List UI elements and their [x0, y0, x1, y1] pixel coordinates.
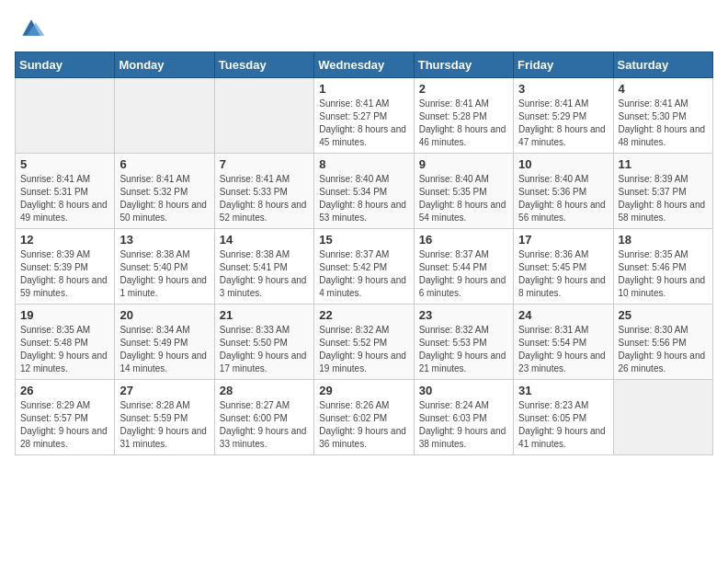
day-number: 31 [518, 384, 608, 397]
logo [15, 15, 46, 40]
day-info: Sunrise: 8:24 AM Sunset: 6:03 PM Dayligh… [419, 399, 508, 451]
calendar-week-row: 12 Sunrise: 8:39 AM Sunset: 5:39 PM Dayl… [16, 229, 713, 304]
day-info: Sunrise: 8:28 AM Sunset: 5:59 PM Dayligh… [119, 399, 209, 451]
calendar-cell [115, 78, 214, 154]
weekday-header-friday: Friday [514, 52, 613, 78]
calendar-cell: 11 Sunrise: 8:39 AM Sunset: 5:37 PM Dayl… [613, 154, 712, 229]
calendar-cell: 20 Sunrise: 8:34 AM Sunset: 5:49 PM Dayl… [115, 304, 214, 380]
logo-icon [17, 15, 46, 40]
calendar-week-row: 26 Sunrise: 8:29 AM Sunset: 5:57 PM Dayl… [16, 380, 713, 455]
day-number: 3 [518, 82, 608, 96]
calendar-cell: 22 Sunrise: 8:32 AM Sunset: 5:52 PM Dayl… [314, 304, 414, 380]
day-number: 27 [119, 384, 209, 397]
calendar-cell: 24 Sunrise: 8:31 AM Sunset: 5:54 PM Dayl… [514, 304, 613, 380]
calendar-cell: 30 Sunrise: 8:24 AM Sunset: 6:03 PM Dayl… [414, 380, 513, 455]
calendar-cell: 28 Sunrise: 8:27 AM Sunset: 6:00 PM Dayl… [214, 380, 313, 455]
day-info: Sunrise: 8:41 AM Sunset: 5:29 PM Dayligh… [518, 98, 608, 149]
day-number: 7 [220, 157, 309, 171]
day-number: 15 [319, 233, 408, 247]
day-info: Sunrise: 8:39 AM Sunset: 5:37 PM Dayligh… [619, 173, 708, 224]
day-number: 16 [419, 233, 508, 247]
weekday-header-saturday: Saturday [613, 52, 712, 78]
calendar-cell: 15 Sunrise: 8:37 AM Sunset: 5:42 PM Dayl… [314, 229, 414, 304]
day-number: 20 [119, 308, 209, 322]
day-number: 6 [119, 157, 209, 171]
day-number: 13 [119, 233, 209, 247]
calendar-body: 1 Sunrise: 8:41 AM Sunset: 5:27 PM Dayli… [16, 78, 713, 455]
day-number: 22 [319, 308, 408, 322]
day-info: Sunrise: 8:29 AM Sunset: 5:57 PM Dayligh… [20, 399, 109, 451]
day-number: 29 [319, 384, 408, 397]
calendar-cell: 1 Sunrise: 8:41 AM Sunset: 5:27 PM Dayli… [314, 78, 414, 154]
calendar-cell: 4 Sunrise: 8:41 AM Sunset: 5:30 PM Dayli… [613, 78, 712, 154]
calendar-cell: 6 Sunrise: 8:41 AM Sunset: 5:32 PM Dayli… [115, 154, 214, 229]
weekday-header-row: SundayMondayTuesdayWednesdayThursdayFrid… [16, 52, 713, 78]
day-info: Sunrise: 8:32 AM Sunset: 5:53 PM Dayligh… [419, 324, 508, 375]
calendar-week-row: 5 Sunrise: 8:41 AM Sunset: 5:31 PM Dayli… [16, 154, 713, 229]
day-info: Sunrise: 8:41 AM Sunset: 5:28 PM Dayligh… [419, 98, 508, 149]
day-info: Sunrise: 8:31 AM Sunset: 5:54 PM Dayligh… [518, 324, 608, 375]
day-info: Sunrise: 8:37 AM Sunset: 5:44 PM Dayligh… [419, 248, 508, 300]
calendar-table: SundayMondayTuesdayWednesdayThursdayFrid… [15, 52, 713, 455]
calendar-cell [214, 78, 313, 154]
calendar-week-row: 19 Sunrise: 8:35 AM Sunset: 5:48 PM Dayl… [16, 304, 713, 380]
day-info: Sunrise: 8:41 AM Sunset: 5:27 PM Dayligh… [319, 98, 408, 149]
day-info: Sunrise: 8:39 AM Sunset: 5:39 PM Dayligh… [20, 248, 109, 300]
day-number: 28 [220, 384, 309, 397]
weekday-header-wednesday: Wednesday [314, 52, 414, 78]
calendar-cell: 9 Sunrise: 8:40 AM Sunset: 5:35 PM Dayli… [414, 154, 513, 229]
calendar-cell: 12 Sunrise: 8:39 AM Sunset: 5:39 PM Dayl… [16, 229, 115, 304]
day-number: 9 [419, 157, 508, 171]
calendar-cell: 14 Sunrise: 8:38 AM Sunset: 5:41 PM Dayl… [214, 229, 313, 304]
day-info: Sunrise: 8:40 AM Sunset: 5:35 PM Dayligh… [419, 173, 508, 224]
day-number: 30 [419, 384, 508, 397]
calendar-cell: 3 Sunrise: 8:41 AM Sunset: 5:29 PM Dayli… [514, 78, 613, 154]
page-header [15, 15, 713, 40]
calendar-cell: 7 Sunrise: 8:41 AM Sunset: 5:33 PM Dayli… [214, 154, 313, 229]
day-number: 26 [20, 384, 109, 397]
day-number: 11 [619, 157, 708, 171]
day-info: Sunrise: 8:40 AM Sunset: 5:34 PM Dayligh… [319, 173, 408, 224]
calendar-cell: 25 Sunrise: 8:30 AM Sunset: 5:56 PM Dayl… [613, 304, 712, 380]
weekday-header-tuesday: Tuesday [214, 52, 313, 78]
day-number: 19 [20, 308, 109, 322]
calendar-cell: 10 Sunrise: 8:40 AM Sunset: 5:36 PM Dayl… [514, 154, 613, 229]
day-info: Sunrise: 8:32 AM Sunset: 5:52 PM Dayligh… [319, 324, 408, 375]
day-number: 1 [319, 82, 408, 96]
day-info: Sunrise: 8:41 AM Sunset: 5:33 PM Dayligh… [220, 173, 309, 224]
day-number: 4 [619, 82, 708, 96]
calendar-cell: 26 Sunrise: 8:29 AM Sunset: 5:57 PM Dayl… [16, 380, 115, 455]
day-number: 23 [419, 308, 508, 322]
calendar-cell: 23 Sunrise: 8:32 AM Sunset: 5:53 PM Dayl… [414, 304, 513, 380]
day-number: 17 [518, 233, 608, 247]
day-info: Sunrise: 8:33 AM Sunset: 5:50 PM Dayligh… [220, 324, 309, 375]
day-number: 18 [619, 233, 708, 247]
day-info: Sunrise: 8:41 AM Sunset: 5:30 PM Dayligh… [619, 98, 708, 149]
calendar-cell [16, 78, 115, 154]
day-number: 24 [518, 308, 608, 322]
calendar-cell: 16 Sunrise: 8:37 AM Sunset: 5:44 PM Dayl… [414, 229, 513, 304]
calendar-cell: 27 Sunrise: 8:28 AM Sunset: 5:59 PM Dayl… [115, 380, 214, 455]
day-number: 5 [20, 157, 109, 171]
day-number: 2 [419, 82, 508, 96]
calendar-cell: 5 Sunrise: 8:41 AM Sunset: 5:31 PM Dayli… [16, 154, 115, 229]
day-info: Sunrise: 8:37 AM Sunset: 5:42 PM Dayligh… [319, 248, 408, 300]
calendar-cell [613, 380, 712, 455]
day-info: Sunrise: 8:40 AM Sunset: 5:36 PM Dayligh… [518, 173, 608, 224]
calendar-week-row: 1 Sunrise: 8:41 AM Sunset: 5:27 PM Dayli… [16, 78, 713, 154]
day-info: Sunrise: 8:38 AM Sunset: 5:40 PM Dayligh… [119, 248, 209, 300]
day-info: Sunrise: 8:38 AM Sunset: 5:41 PM Dayligh… [220, 248, 309, 300]
day-number: 10 [518, 157, 608, 171]
day-info: Sunrise: 8:23 AM Sunset: 6:05 PM Dayligh… [518, 399, 608, 451]
calendar-cell: 17 Sunrise: 8:36 AM Sunset: 5:45 PM Dayl… [514, 229, 613, 304]
day-info: Sunrise: 8:41 AM Sunset: 5:32 PM Dayligh… [119, 173, 209, 224]
day-number: 12 [20, 233, 109, 247]
calendar-cell: 21 Sunrise: 8:33 AM Sunset: 5:50 PM Dayl… [214, 304, 313, 380]
day-number: 25 [619, 308, 708, 322]
calendar-cell: 18 Sunrise: 8:35 AM Sunset: 5:46 PM Dayl… [613, 229, 712, 304]
day-info: Sunrise: 8:30 AM Sunset: 5:56 PM Dayligh… [619, 324, 708, 375]
day-info: Sunrise: 8:27 AM Sunset: 6:00 PM Dayligh… [220, 399, 309, 451]
weekday-header-thursday: Thursday [414, 52, 513, 78]
day-number: 21 [220, 308, 309, 322]
day-info: Sunrise: 8:41 AM Sunset: 5:31 PM Dayligh… [20, 173, 109, 224]
